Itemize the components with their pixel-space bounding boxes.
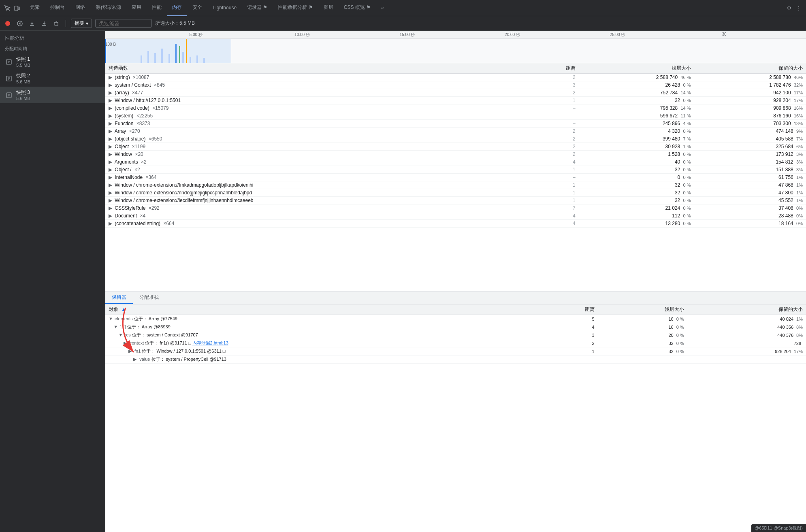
table-row[interactable]: ▶ Array ×270 2 4 320 0 % 474 148 9% [105, 128, 806, 135]
retainer-row[interactable]: ▶ fn1 位于： Window / 127.0.0.1:5501 @6311 … [105, 347, 806, 355]
obj-at: 位于： [127, 324, 141, 329]
nav-tab-memory[interactable]: 内存 [167, 0, 187, 16]
summary-dropdown[interactable]: 摘要 ▾ [71, 19, 92, 28]
lower-table[interactable]: 对象 ▲ 距离 浅层大小 保留的大小 ▼ elements 位于： Array … [105, 304, 806, 532]
expand-icon[interactable]: ▶ [109, 74, 113, 80]
retainer-row[interactable]: ▶ value 位于： system / PropertyCell @91713 [105, 355, 806, 364]
shallow-size: 32 0 % [579, 181, 694, 189]
nav-tab-network[interactable]: 网络 [70, 0, 90, 16]
constructor-name: system / Context [115, 82, 151, 88]
expand-icon[interactable]: ▶ [109, 136, 113, 142]
nav-tab-recorder[interactable]: 记录器 ⚑ [242, 0, 272, 16]
nav-tab-sources[interactable]: 源代码/来源 [91, 0, 126, 16]
table-row[interactable]: ▶ Window / chrome-extension://lecdifefmm… [105, 197, 806, 204]
nav-tab-elements[interactable]: 元素 [25, 0, 45, 16]
expand-icon[interactable]: ▶ [109, 121, 113, 126]
nav-tab-console[interactable]: 控制台 [45, 0, 70, 16]
table-row[interactable]: ▶ (string) ×10087 2 2 588 740 46 % 2 588… [105, 74, 806, 81]
expand-icon[interactable]: ▶ [109, 98, 113, 103]
tree-expand-icon[interactable]: ▼ [113, 324, 118, 329]
source-link[interactable]: 内存泄漏2.html:13 [192, 340, 228, 345]
tab-alloc-stack[interactable]: 分配堆栈 [133, 292, 165, 304]
expand-icon[interactable]: ▶ [109, 167, 113, 172]
expand-icon[interactable]: ▶ [109, 113, 113, 119]
settings-icon[interactable]: ⚙ [785, 4, 793, 12]
garbage-icon[interactable] [52, 19, 61, 28]
table-row[interactable]: ▶ Object ×1199 2 30 928 1 % 325 684 6% [105, 143, 806, 151]
upper-table[interactable]: 构造函数 距离 浅层大小 保留的大小 ▶ (string) ×10087 2 2… [105, 63, 806, 291]
record-icon[interactable] [3, 19, 12, 28]
nav-tab-layers[interactable]: 图层 [319, 0, 338, 16]
table-row[interactable]: ▶ Window / http://127.0.0.1:5501 1 32 0 … [105, 97, 806, 104]
snapshot-item-3[interactable]: 快照 3 5.6 MB [0, 87, 105, 103]
expand-icon[interactable]: ▶ [109, 105, 113, 111]
expand-icon[interactable]: ▶ [109, 151, 113, 157]
expand-icon[interactable]: ▶ [109, 182, 113, 188]
snapshot-info-3: 快照 3 5.6 MB [16, 89, 30, 101]
expand-icon[interactable]: ▶ [109, 213, 113, 219]
retainer-row[interactable]: ▼ res 位于： system / Context @91707 3 20 0… [105, 331, 806, 339]
expand-icon[interactable]: ▶ [109, 198, 113, 203]
table-row[interactable]: ▶ Arguments ×2 4 40 0 % 154 812 3% [105, 158, 806, 166]
table-row[interactable]: ▶ Window ×20 2 1 528 0 % 173 912 3% [105, 151, 806, 158]
nav-tab-security[interactable]: 安全 [188, 0, 207, 16]
tree-expand-icon[interactable]: ▼ [118, 332, 123, 337]
tree-expand-icon[interactable]: ▶ [133, 357, 138, 362]
top-nav: 元素 控制台 网络 源代码/来源 应用 性能 内存 安全 Lighthouse … [0, 0, 806, 16]
expand-icon[interactable]: ▶ [109, 82, 113, 88]
nav-tab-perf-insights[interactable]: 性能数据分析 ⚑ [273, 0, 318, 16]
table-row[interactable]: ▶ CSSStyleRule ×292 7 21 024 0 % 37 408 … [105, 204, 806, 212]
nav-tab-application[interactable]: 应用 [127, 0, 146, 16]
expand-icon[interactable]: ▶ [109, 174, 113, 180]
snapshot-item-2[interactable]: 快照 2 5.6 MB [0, 70, 105, 87]
expand-icon[interactable]: ▶ [109, 221, 113, 226]
download-icon[interactable] [40, 19, 49, 28]
expand-icon[interactable]: ▶ [109, 159, 113, 165]
table-row[interactable]: ▶ system / Context ×845 3 26 428 0 % 1 7… [105, 81, 806, 89]
toolbar: 摘要 ▾ 所选大小：5.5 MB [0, 16, 806, 31]
constructor-name: Window / chrome-extension://lecdifefmmfj… [115, 198, 253, 203]
expand-icon[interactable]: ▶ [109, 90, 113, 96]
table-row[interactable]: ▶ InternalNode ×364 – 0 0 % 61 756 1% [105, 174, 806, 181]
timeline-bar-8 [182, 52, 184, 63]
table-row[interactable]: ▶ (concatenated string) ×664 4 13 280 0 … [105, 220, 806, 228]
retainer-row[interactable]: ▶ context 位于： fn1() @91711 □ 内存泄漏2.html:… [105, 339, 806, 347]
nav-tab-more[interactable]: » [376, 0, 389, 16]
expand-icon[interactable]: ▶ [109, 205, 113, 211]
table-row[interactable]: ▶ Window / chrome-extension://nhdogjmeji… [105, 189, 806, 197]
device-icon[interactable] [13, 4, 21, 12]
filter-input[interactable] [95, 19, 152, 28]
expand-icon[interactable]: ▶ [109, 144, 113, 149]
constructor-name: Array [115, 128, 126, 134]
table-row[interactable]: ▶ (compiled code) ×15079 – 795 328 14 % … [105, 104, 806, 112]
tree-expand-icon[interactable]: ▼ [109, 316, 113, 321]
lower-col-object: 对象 ▲ [105, 304, 542, 315]
distance: 2 [533, 89, 579, 97]
toolbar-separator [66, 20, 66, 27]
retainer-row[interactable]: ▼ [...] 位于： Array @86939 4 16 0 % 440 35… [105, 323, 806, 331]
tree-expand-icon[interactable]: ▶ [124, 340, 128, 346]
snapshot-item-1[interactable]: 快照 1 5.5 MB [0, 53, 105, 70]
upload-icon[interactable] [28, 19, 36, 28]
nav-tab-css-overview[interactable]: CSS 概览 ⚑ [339, 0, 375, 16]
shallow-size: 0 0 % [579, 174, 694, 181]
retainer-row[interactable]: ▼ elements 位于： Array @77549 5 16 0 % 40 … [105, 315, 806, 323]
table-row[interactable]: ▶ Window / chrome-extension://fmkadmapgo… [105, 181, 806, 189]
tab-retainers[interactable]: 保留器 [105, 292, 133, 304]
expand-icon[interactable]: ▶ [109, 128, 113, 134]
more-options-icon[interactable]: ⋮ [795, 4, 803, 12]
expand-icon[interactable]: ▶ [109, 190, 113, 196]
table-row[interactable]: ▶ (array) ×477 2 752 784 14 % 942 100 17… [105, 89, 806, 97]
retained-size: 154 812 3% [694, 158, 806, 166]
inspect-icon[interactable] [3, 4, 11, 12]
table-row[interactable]: ▶ Document ×4 4 112 0 % 28 488 0% [105, 212, 806, 220]
table-row[interactable]: ▶ (system) ×22255 – 596 672 11 % 876 160… [105, 112, 806, 120]
nav-tab-performance[interactable]: 性能 [147, 0, 166, 16]
table-row[interactable]: ▶ Function ×8373 – 245 896 4 % 703 300 1… [105, 120, 806, 128]
table-row[interactable]: ▶ (object shape) ×6550 2 399 480 7 % 405… [105, 135, 806, 143]
distance: – [533, 104, 579, 112]
tree-expand-icon[interactable]: ▶ [128, 349, 133, 354]
nav-tab-lighthouse[interactable]: Lighthouse [208, 0, 241, 16]
table-row[interactable]: ▶ Object / ×2 1 32 0 % 151 888 3% [105, 166, 806, 174]
stop-icon[interactable] [15, 19, 24, 28]
